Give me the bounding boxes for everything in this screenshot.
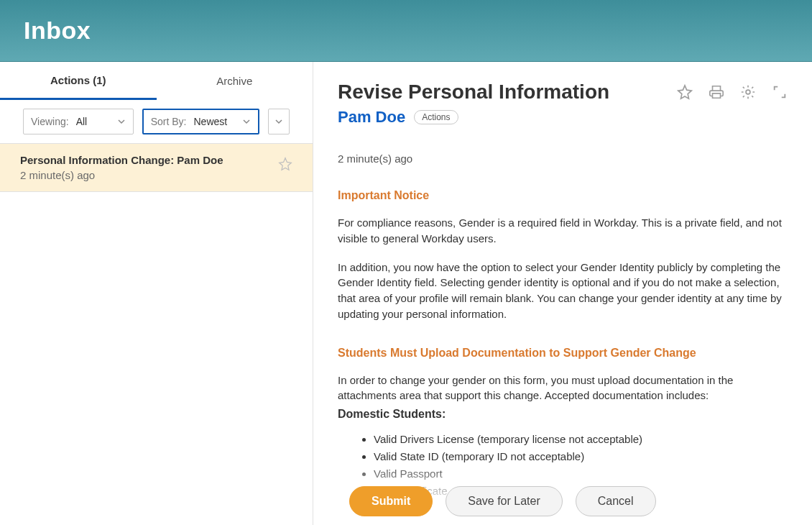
actions-menu-button[interactable]: Actions [414, 110, 458, 124]
filter-expand-button[interactable] [268, 109, 290, 134]
inbox-item-list: Personal Information Change: Pam Doe 2 m… [0, 144, 313, 525]
person-row: Pam Doe Actions [338, 108, 788, 127]
filter-bar: Viewing: All Sort By: Newest [0, 100, 313, 144]
list-item: Valid Passport [374, 465, 788, 483]
page-banner: Inbox [0, 0, 812, 62]
detail-content: Revise Personal Information [313, 62, 812, 525]
tab-actions[interactable]: Actions (1) [0, 62, 157, 100]
domestic-students-heading: Domestic Students: [338, 408, 788, 421]
documentation-heading: Students Must Upload Documentation to Su… [338, 347, 788, 360]
tab-archive[interactable]: Archive [157, 62, 313, 100]
main-region: Actions (1) Archive Viewing: All Sort By… [0, 62, 812, 525]
detail-toolbar [677, 84, 788, 100]
star-icon[interactable] [677, 84, 693, 100]
svg-point-0 [746, 90, 750, 94]
viewing-label: Viewing: [31, 116, 69, 127]
list-item: Valid State ID (temporary ID not accepta… [374, 448, 788, 465]
detail-timestamp: 2 minute(s) ago [338, 152, 788, 165]
person-name[interactable]: Pam Doe [338, 108, 405, 127]
inbox-item-time: 2 minute(s) ago [20, 169, 269, 181]
documentation-paragraph: In order to change your gender on this f… [338, 373, 788, 404]
action-button-row: Submit Save for Later Cancel [349, 486, 656, 516]
cancel-button[interactable]: Cancel [576, 486, 656, 516]
sortby-label: Sort By: [151, 116, 187, 127]
submit-button[interactable]: Submit [349, 486, 433, 516]
print-icon[interactable] [709, 84, 724, 100]
gear-icon[interactable] [740, 84, 756, 100]
inbox-item[interactable]: Personal Information Change: Pam Doe 2 m… [0, 144, 313, 192]
list-item: Valid Drivers License (temporary license… [374, 431, 788, 448]
chevron-down-icon [274, 117, 283, 126]
notice-paragraph-2: In addition, you now have the option to … [338, 260, 788, 322]
chevron-down-icon [117, 117, 126, 126]
sortby-value: Newest [193, 116, 227, 127]
notice-paragraph-1: For compliance reasons, Gender is a requ… [338, 215, 788, 247]
sortby-dropdown[interactable]: Sort By: Newest [142, 109, 259, 134]
detail-title: Revise Personal Information [338, 81, 609, 104]
viewing-value: All [76, 116, 88, 127]
chevron-down-icon [242, 117, 251, 126]
inbox-panel: Actions (1) Archive Viewing: All Sort By… [0, 62, 313, 525]
save-for-later-button[interactable]: Save for Later [446, 486, 563, 516]
star-icon[interactable] [278, 157, 292, 171]
inbox-tabs: Actions (1) Archive [0, 62, 313, 100]
viewing-dropdown[interactable]: Viewing: All [23, 109, 134, 134]
detail-panel: Revise Personal Information [313, 62, 812, 525]
inbox-item-title: Personal Information Change: Pam Doe [20, 154, 269, 166]
fullscreen-icon[interactable] [772, 84, 788, 100]
page-title: Inbox [24, 17, 91, 45]
notice-heading: Important Notice [338, 189, 788, 202]
